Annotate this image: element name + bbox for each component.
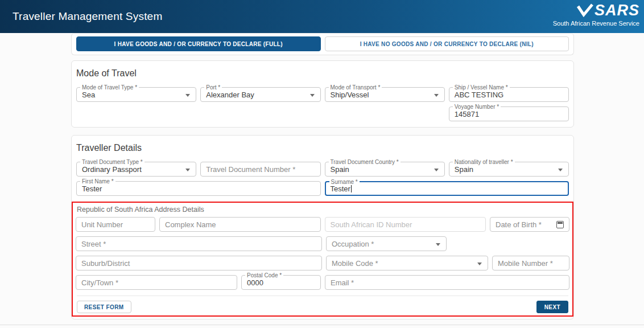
chevron-down-icon xyxy=(185,94,190,97)
chevron-down-icon xyxy=(185,169,190,171)
email-field[interactable] xyxy=(325,275,569,290)
complex-name-input[interactable] xyxy=(165,220,315,229)
ship-vessel-name-label: Ship / Vessel Name * xyxy=(453,84,510,91)
page-title: Traveller Management System xyxy=(13,10,162,23)
street-input[interactable] xyxy=(81,240,316,248)
surname-value: Tester xyxy=(331,184,350,193)
postal-code-label: Postal Code * xyxy=(245,272,283,278)
declare-full-button[interactable]: I HAVE GOODS AND / OR CURRENCY TO DECLAR… xyxy=(76,36,321,51)
port-value: Alexander Bay xyxy=(206,91,254,99)
mode-of-transport-select[interactable]: Mode of Transport * Ship/Vessel xyxy=(325,87,445,102)
mode-of-travel-title: Mode of Travel xyxy=(76,61,569,79)
chevron-down-icon xyxy=(434,94,439,97)
email-input[interactable] xyxy=(331,278,564,287)
date-of-birth-input[interactable] xyxy=(496,220,564,229)
chevron-down-icon xyxy=(477,263,482,265)
rsa-address-annotation-box: Republic of South Africa Address Details xyxy=(72,202,573,317)
travel-document-country-select[interactable]: Travel Document Country * Spain xyxy=(325,162,445,177)
port-label: Port * xyxy=(204,84,222,91)
travel-document-type-value: Ordinary Passport xyxy=(82,165,142,174)
mode-of-transport-value: Ship/Vessel xyxy=(331,91,369,99)
port-select[interactable]: Port * Alexander Bay xyxy=(200,87,320,102)
chevron-down-icon xyxy=(434,169,439,171)
voyage-number-field[interactable]: Voyage Number * xyxy=(449,106,569,121)
unit-number-input[interactable] xyxy=(81,220,150,229)
mobile-code-placeholder: Mobile Code * xyxy=(332,259,378,268)
travel-document-type-label: Travel Document Type * xyxy=(80,159,145,165)
voyage-number-input[interactable] xyxy=(455,110,563,118)
form-actions: RESET FORM NEXT xyxy=(76,301,569,313)
nationality-select[interactable]: Nationality of traveller * Spain xyxy=(449,162,569,177)
city-town-input[interactable] xyxy=(81,278,232,287)
rsa-address-section-title: Republic of South Africa Address Details xyxy=(76,205,569,214)
reset-form-button[interactable]: RESET FORM xyxy=(77,301,131,313)
complex-name-field[interactable] xyxy=(159,217,321,232)
sars-brand-subtitle: South African Revenue Service xyxy=(553,20,639,27)
mode-of-travel-type-label: Mode of Travel Type * xyxy=(80,84,139,91)
text-cursor xyxy=(351,184,352,192)
ship-vessel-name-field[interactable]: Ship / Vessel Name * xyxy=(449,87,569,102)
mode-of-travel-type-select[interactable]: Mode of Travel Type * Sea xyxy=(76,87,196,102)
travel-document-type-select[interactable]: Travel Document Type * Ordinary Passport xyxy=(76,162,196,177)
first-name-input[interactable] xyxy=(82,184,315,193)
sars-logo: SARS South African Revenue Service xyxy=(553,1,639,27)
declaration-toggle-card: I HAVE GOODS AND / OR CURRENCY TO DECLAR… xyxy=(71,33,574,55)
sars-brand-text: SARS xyxy=(595,1,639,19)
travel-document-number-field[interactable] xyxy=(200,162,320,177)
surname-label: Surname * xyxy=(329,179,360,185)
first-name-field[interactable]: First Name * xyxy=(76,181,321,196)
sa-id-number-field[interactable] xyxy=(325,217,486,232)
occupation-placeholder: Occupation * xyxy=(332,240,374,248)
postal-code-field[interactable]: Postal Code * xyxy=(241,275,321,290)
surname-field[interactable]: Surname * Tester xyxy=(325,181,569,196)
chevron-down-icon xyxy=(310,94,315,97)
occupation-select[interactable]: Occupation * xyxy=(326,236,447,251)
declare-nil-button[interactable]: I HAVE NO GOODS AND / OR CURRENCY TO DEC… xyxy=(325,36,569,51)
voyage-number-label: Voyage Number * xyxy=(453,104,501,110)
suburb-district-field[interactable] xyxy=(76,256,322,270)
travel-document-country-value: Spain xyxy=(331,165,349,174)
unit-number-field[interactable] xyxy=(76,217,155,232)
chevron-down-icon xyxy=(436,243,440,246)
main-content: I HAVE GOODS AND / OR CURRENCY TO DECLAR… xyxy=(71,33,574,319)
mobile-number-field[interactable] xyxy=(492,256,569,270)
ship-vessel-name-input[interactable] xyxy=(455,91,563,99)
street-field[interactable] xyxy=(76,236,322,251)
footer-divider xyxy=(77,296,568,296)
nationality-label: Nationality of traveller * xyxy=(453,159,515,165)
nationality-value: Spain xyxy=(455,165,473,174)
suburb-district-input[interactable] xyxy=(81,259,316,268)
sa-id-number-input[interactable] xyxy=(331,220,481,229)
mobile-number-input[interactable] xyxy=(498,259,564,268)
date-of-birth-field[interactable] xyxy=(490,217,569,232)
mode-of-travel-type-value: Sea xyxy=(82,91,95,99)
city-town-field[interactable] xyxy=(76,275,237,290)
sars-check-icon xyxy=(576,3,593,17)
traveller-details-title: Traveller Details xyxy=(76,136,569,153)
first-name-label: First Name * xyxy=(80,178,115,184)
mobile-code-select[interactable]: Mobile Code * xyxy=(326,256,488,270)
travel-document-country-label: Travel Document Country * xyxy=(329,159,401,165)
next-button[interactable]: NEXT xyxy=(536,301,568,313)
page-bottom-divider xyxy=(0,325,644,325)
mode-of-transport-label: Mode of Transport * xyxy=(329,84,382,91)
traveller-details-card: Traveller Details Travel Document Type *… xyxy=(71,135,574,319)
app-header: Traveller Management System SARS South A… xyxy=(0,0,644,33)
calendar-icon[interactable] xyxy=(556,221,564,228)
travel-document-number-input[interactable] xyxy=(206,165,315,174)
postal-code-input[interactable] xyxy=(247,278,315,287)
mode-of-travel-card: Mode of Travel Mode of Travel Type * Sea… xyxy=(71,60,574,128)
chevron-down-icon xyxy=(558,169,563,171)
